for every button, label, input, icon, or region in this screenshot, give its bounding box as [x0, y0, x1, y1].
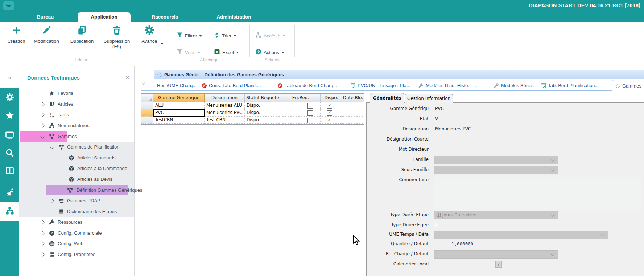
search-icon[interactable] [0, 145, 19, 161]
robot-arm-icon[interactable] [0, 184, 19, 200]
doc-tab-cons-tab-bord-planif[interactable]: Cons. Tab. Bord Planif.... [202, 81, 261, 90]
column-header-err-req[interactable]: Err.Req. [281, 94, 321, 102]
err-req-checkbox[interactable] [307, 118, 313, 123]
grid-corner-header[interactable] [141, 94, 153, 102]
trier-button[interactable]: Trier [214, 32, 236, 39]
menu-tab-raccourcis[interactable]: Raccourcis [145, 12, 185, 22]
avance-button[interactable]: Avancé [133, 25, 166, 44]
tree-item-dictionnaire-des-etapes[interactable]: Dictionnaire des Etapes [19, 206, 134, 217]
famille-dropdown[interactable] [434, 156, 558, 164]
sous-famille-dropdown[interactable] [434, 166, 558, 174]
monitor-icon[interactable] [0, 127, 19, 143]
calendrier-local-help-button[interactable]: ? [495, 261, 502, 268]
column-header-dispo[interactable]: Dispo. [321, 94, 342, 102]
tab-generalites[interactable]: Généralités [370, 93, 404, 103]
re-charge-defaut-dropdown[interactable] [434, 250, 558, 259]
doc-tab-gammes-active[interactable]: Gammes [612, 80, 644, 91]
actions-button[interactable]: Actions [255, 49, 284, 56]
menu-tab-bureau[interactable]: Bureau [27, 12, 63, 22]
err-req-checkbox[interactable] [307, 103, 313, 109]
cell-statut[interactable]: Dispo. [245, 102, 281, 109]
tree-item-favoris[interactable]: Favoris [19, 88, 134, 98]
tree-item-ressources[interactable]: Ressources [19, 217, 134, 227]
row-header[interactable] [141, 102, 153, 109]
actions-label: Actions [264, 50, 279, 55]
column-header-date-blo[interactable]: Date Blo. [342, 94, 364, 102]
doc-tab-modeles-diag-histo[interactable]: Modèles Diag. Histo. : ... [418, 81, 477, 90]
commentaire-textarea[interactable] [434, 177, 641, 211]
ume-temps-defaut-dropdown[interactable] [434, 231, 608, 239]
collapse-panel-chevrons[interactable]: « [8, 74, 11, 81]
doc-tab-tab-bord-planification[interactable]: ✓ Tab. Bord Planification... [541, 81, 599, 90]
menu-tab-application[interactable]: Application [78, 12, 131, 22]
excel-button[interactable]: x Excel [214, 49, 239, 56]
row-header[interactable] [141, 117, 153, 124]
tree-item-definition-gammes-generiques[interactable]: Définition Gammes Génériques [19, 185, 134, 195]
tree-item-config-commerciale[interactable]: ? Config. Commerciale [19, 228, 134, 238]
tree-item-articles-standards[interactable]: Articles Standards [19, 153, 134, 163]
modification-button[interactable]: Modification [30, 25, 63, 44]
filtrer-button[interactable]: Filtrer [177, 32, 202, 39]
close-tab-icon[interactable]: ✕ [141, 81, 145, 87]
columns-icon[interactable] [0, 163, 19, 179]
chevron-right-icon [40, 102, 44, 106]
column-header-statut-requete[interactable]: Statut Requête [245, 94, 281, 102]
trier-dropdown-arrow [234, 35, 236, 37]
cell-designation[interactable]: Menuiseries ALU [205, 102, 245, 109]
cube-icon [69, 176, 74, 182]
tree-item-tarifs[interactable]: € Tarifs [19, 109, 134, 120]
cell-designation[interactable]: Menuiseries PVC [205, 109, 245, 117]
cell-statut[interactable]: Dispo. [245, 109, 281, 117]
creation-button[interactable]: Création [0, 25, 33, 44]
cell-err-req[interactable] [281, 117, 321, 124]
cell-dispo[interactable]: ✓ [321, 109, 342, 117]
corner-triangle-icon [149, 98, 152, 101]
doc-tab-tableau-de-bord-charg[interactable]: Tableau de Bord Charg... [278, 81, 337, 90]
tree-item-config-web[interactable]: Config. Web [19, 238, 134, 249]
cell-designation[interactable]: Test CBN [205, 117, 245, 124]
cell-dispo[interactable]: ✓ [321, 117, 342, 124]
cell-gamme[interactable]: ALU [153, 102, 205, 109]
doc-tab-modeles-series[interactable]: Modèles Séries [494, 81, 534, 90]
type-duree-figee-checkbox[interactable] [434, 223, 438, 227]
cell-err-req[interactable] [281, 102, 321, 109]
tree-item-gammes[interactable]: Gammes [19, 131, 134, 142]
row-header[interactable] [141, 109, 153, 117]
dispo-checkbox[interactable]: ✓ [327, 110, 332, 116]
tree-item-gammes-de-planification[interactable]: Gammes de Planification [19, 142, 134, 152]
tree-item-gammes-pdap[interactable]: Gammes PDAP [19, 195, 134, 206]
chevron-right-icon [40, 123, 44, 127]
suppression-button[interactable]: Suppression (F6) [100, 25, 133, 49]
panel-close-icon[interactable]: ✕ [125, 75, 129, 80]
avance-dropdown-arrow[interactable] [161, 43, 164, 45]
helm-icon[interactable] [0, 89, 19, 105]
menu-tab-administration[interactable]: Administration [210, 12, 257, 22]
duplication-button[interactable]: Duplication [66, 25, 98, 44]
tree-item-articles-au-devis[interactable]: Articles au Devis [19, 174, 134, 184]
tree-item-nomenclatures[interactable]: Nomenclatures [19, 120, 134, 131]
star-icon[interactable] [0, 107, 19, 123]
acces-a-label: Accès à [264, 33, 280, 38]
table-row[interactable]: TestCBN Test CBN Dispo. ✓ [141, 117, 364, 124]
sitemap-rail-active-item[interactable] [0, 202, 19, 221]
acces-a-button[interactable]: Accès à [255, 32, 285, 39]
table-row-selected[interactable]: PVC Menuiseries PVC Dispo. ✓ [141, 109, 364, 117]
cell-dispo[interactable]: ✓ [321, 102, 342, 109]
doc-tab-pvc-un-lissage[interactable]: ✓ PVC/UN - Lissage : Pla... [351, 81, 410, 90]
dispo-checkbox[interactable]: ✓ [327, 103, 332, 109]
tree-item-articles-a-la-commande[interactable]: Articles à la Commande [19, 163, 134, 174]
cell-err-req[interactable] [281, 109, 321, 117]
doc-tab-res-ume-charg[interactable]: Res./UME Charg... [157, 81, 197, 90]
cell-statut[interactable]: Dispo. [245, 117, 281, 124]
dispo-checkbox[interactable]: ✓ [327, 118, 332, 123]
tree-item-config-proprietes[interactable]: Config. Propriétés [19, 249, 134, 260]
tree-item-articles[interactable]: Articles [19, 99, 134, 109]
tab-gestion-information[interactable]: Gestion Information [405, 94, 453, 103]
cell-gamme[interactable]: TestCBN [153, 117, 205, 124]
type-duree-etape-dropdown[interactable]: [J] Jours Calendrier [434, 211, 558, 219]
column-header-gamme-generique[interactable]: Gamme Générique [153, 94, 205, 102]
err-req-checkbox[interactable] [307, 110, 313, 116]
column-header-designation[interactable]: Désignation [205, 94, 245, 102]
vues-button[interactable]: Vues [177, 49, 201, 56]
table-row[interactable]: ALU Menuiseries ALU Dispo. ✓ [141, 102, 364, 109]
